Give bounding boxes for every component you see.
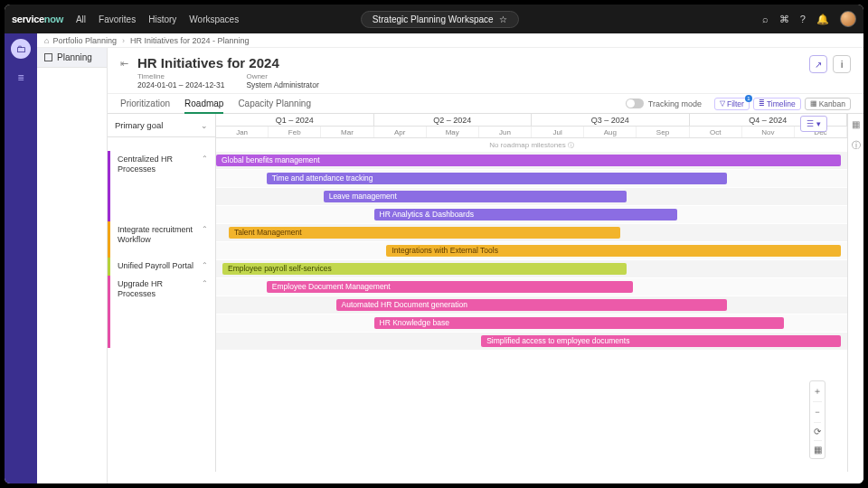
grid-icon[interactable]: ▦ <box>852 119 860 129</box>
rail-briefcase-icon[interactable]: 🗀 <box>11 39 31 59</box>
page-header: ⇤ HR Initiatives for 2024 Timeline2024-0… <box>108 48 863 94</box>
filter-icon: ▽ <box>720 99 725 108</box>
bar-time-attendance[interactable]: Time and attendance tracking <box>267 173 728 184</box>
nav-all[interactable]: All <box>76 14 86 24</box>
owner-label: Owner <box>246 72 318 80</box>
left-sidebar: Planning <box>37 48 108 483</box>
search-icon[interactable]: ⌕ <box>762 14 769 24</box>
kanban-icon: ▦ <box>810 99 817 108</box>
share-button[interactable]: ↗ <box>809 55 827 73</box>
details-button[interactable]: i <box>833 55 851 73</box>
toggle-switch[interactable] <box>626 99 644 108</box>
tracking-mode-label: Tracking mode <box>648 99 702 108</box>
sidebar-item-label: Planning <box>57 52 92 62</box>
bar-global-benefits[interactable]: Global benefits management <box>216 155 841 166</box>
timeline-value: 2024-01-01 – 2024-12-31 <box>137 80 224 89</box>
home-icon[interactable]: ⌂ <box>44 36 49 45</box>
chevron-right-icon: › <box>122 36 125 45</box>
bar-emp-doc-mgmt[interactable]: Employee Document Management <box>267 281 633 293</box>
nav-workspaces[interactable]: Workspaces <box>189 14 239 24</box>
planning-icon <box>44 53 52 61</box>
bar-hr-analytics[interactable]: HR Analytics & Dashboards <box>374 209 677 221</box>
nav-favorites[interactable]: Favorites <box>99 14 136 24</box>
info-icon[interactable]: ⓘ <box>852 139 861 152</box>
bar-integrations[interactable]: Integrations with External Tools <box>386 245 841 257</box>
timeline-chart: ☰ ▾ Q1 – 2024 Q2 – 2024 Q3 – 2024 Q4 – 2… <box>216 114 847 472</box>
bar-leave-mgmt[interactable]: Leave management <box>324 191 627 202</box>
timeline-label: Timeline <box>137 72 224 80</box>
zoom-reset-icon[interactable]: ⟳ <box>814 422 821 440</box>
bar-simplified-access[interactable]: Simplified access to employee documents <box>481 335 841 347</box>
help-icon[interactable]: ? <box>800 14 806 24</box>
goal-upgrade-hr[interactable]: Upgrade HR Processes⌃ <box>108 276 215 348</box>
view-kanban-button[interactable]: ▦Kanban <box>805 98 851 110</box>
view-timeline-button[interactable]: ≣Timeline <box>753 98 801 110</box>
star-icon[interactable]: ☆ <box>499 14 507 24</box>
timeline-icon: ≣ <box>759 99 765 108</box>
bar-hr-knowledge[interactable]: HR Knowledge base <box>374 317 785 329</box>
rail-menu-icon[interactable]: ≡ <box>17 71 24 84</box>
left-rail: 🗀 ≡ <box>5 33 37 483</box>
owner-value: System Administrator <box>246 80 318 89</box>
milestone-row: No roadmap milestones ⓘ <box>216 138 847 152</box>
chevron-up-icon[interactable]: ⌃ <box>202 279 208 287</box>
chevron-down-icon[interactable]: ⌄ <box>201 121 208 130</box>
tab-prioritization[interactable]: Prioritization <box>120 94 170 113</box>
back-icon[interactable]: ⇤ <box>120 58 128 70</box>
bar-payroll-ss[interactable]: Employee payroll self-services <box>222 263 627 275</box>
nav-history[interactable]: History <box>148 14 176 24</box>
view-dropdown[interactable]: ☰ ▾ <box>800 116 827 132</box>
chevron-up-icon[interactable]: ⌃ <box>202 225 208 233</box>
q1: Q1 – 2024 <box>216 114 374 126</box>
q2: Q2 – 2024 <box>374 114 533 126</box>
zoom-in-icon[interactable]: ＋ <box>813 381 822 401</box>
workspace-pill-label: Strategic Planning Workspace <box>373 14 494 24</box>
info-icon[interactable]: ⓘ <box>568 142 574 148</box>
global-header: servicenow All Favorites History Workspa… <box>5 5 863 33</box>
avatar[interactable] <box>840 11 856 27</box>
goals-column: Primary goal⌄ Centralized HR Processes⌃ … <box>108 114 216 472</box>
tracking-mode-toggle[interactable]: Tracking mode <box>626 99 702 108</box>
zoom-calendar-icon[interactable]: ▦ <box>814 440 822 458</box>
chevron-up-icon[interactable]: ⌃ <box>202 155 208 163</box>
bell-icon[interactable]: 🔔 <box>816 14 829 25</box>
chat-icon[interactable]: ⌘ <box>779 14 789 25</box>
chevron-up-icon[interactable]: ⌃ <box>202 261 208 269</box>
q3: Q3 – 2024 <box>532 114 690 126</box>
goal-integrate-recruitment[interactable]: Integrate recruitment Workflow⌃ <box>108 221 215 258</box>
breadcrumb: ⌂ Portfolio Planning › HR Initiatives fo… <box>37 33 863 48</box>
sidebar-item-planning[interactable]: Planning <box>37 48 107 68</box>
right-rail: ▦ ⓘ <box>847 114 863 472</box>
goal-centralized-hr[interactable]: Centralized HR Processes⌃ <box>108 151 215 221</box>
filter-button[interactable]: ▽Filter1 <box>714 98 750 110</box>
crumb-current: HR Initiatives for 2024 - Planning <box>130 36 250 45</box>
bar-auto-hr-doc[interactable]: Automated HR Document generation <box>336 299 728 311</box>
goal-unified-payroll[interactable]: Unified Payroll Portal⌃ <box>108 258 215 276</box>
page-title: HR Initiatives for 2024 <box>137 55 319 70</box>
zoom-out-icon[interactable]: － <box>813 401 822 422</box>
workspace-pill[interactable]: Strategic Planning Workspace ☆ <box>361 11 519 28</box>
tab-capacity[interactable]: Capacity Planning <box>238 94 311 113</box>
zoom-controls: ＋ － ⟳ ▦ <box>809 380 826 459</box>
crumb-portfolio[interactable]: Portfolio Planning <box>52 36 117 45</box>
tabs-row: Prioritization Roadmap Capacity Planning… <box>108 94 863 114</box>
tab-roadmap[interactable]: Roadmap <box>184 95 223 114</box>
logo[interactable]: servicenow <box>12 14 63 24</box>
filter-count-badge: 1 <box>745 95 752 102</box>
bar-talent-mgmt[interactable]: Talent Management <box>229 227 620 239</box>
goals-header[interactable]: Primary goal⌄ <box>108 114 215 137</box>
